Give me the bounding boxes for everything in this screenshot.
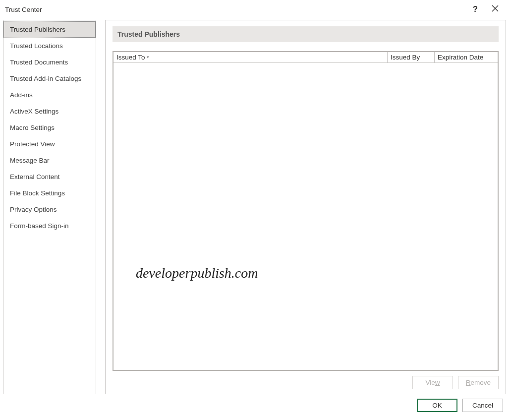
table-header: Issued To ▾ Issued By Expiration Date	[114, 52, 498, 63]
sidebar-item-label: Trusted Add-in Catalogs	[10, 75, 81, 82]
column-issued-by[interactable]: Issued By	[387, 52, 434, 62]
sidebar-item-label: Add-ins	[10, 91, 33, 99]
sidebar-item-file-block-settings[interactable]: File Block Settings	[3, 185, 96, 201]
content-buttons: View Remove	[113, 371, 499, 389]
sidebar-item-trusted-locations[interactable]: Trusted Locations	[3, 38, 96, 54]
sidebar-item-label: External Content	[10, 173, 60, 180]
close-icon[interactable]	[485, 5, 505, 14]
main-area: Trusted Publishers Trusted Locations Tru…	[0, 18, 511, 394]
help-icon[interactable]: ?	[465, 5, 485, 14]
sidebar-item-trusted-publishers[interactable]: Trusted Publishers	[3, 21, 96, 38]
sidebar-item-form-based-signin[interactable]: Form-based Sign-in	[3, 218, 96, 234]
sort-descending-icon: ▾	[147, 55, 149, 60]
sidebar-item-label: ActiveX Settings	[10, 108, 58, 115]
sidebar-item-external-content[interactable]: External Content	[3, 169, 96, 185]
sidebar-item-label: Privacy Options	[10, 206, 57, 213]
dialog-buttons: OK Cancel	[0, 394, 511, 420]
publishers-table: Issued To ▾ Issued By Expiration Date de…	[113, 51, 499, 371]
column-label: Issued To	[116, 54, 145, 61]
column-expiration-date[interactable]: Expiration Date	[434, 52, 498, 62]
sidebar-item-addins[interactable]: Add-ins	[3, 87, 96, 103]
sidebar-item-label: Trusted Locations	[10, 42, 63, 50]
sidebar-item-activex-settings[interactable]: ActiveX Settings	[3, 103, 96, 120]
watermark-text: developerpublish.com	[136, 265, 258, 281]
sidebar-item-protected-view[interactable]: Protected View	[3, 136, 96, 152]
sidebar-item-trusted-addin-catalogs[interactable]: Trusted Add-in Catalogs	[3, 70, 96, 87]
sidebar-item-macro-settings[interactable]: Macro Settings	[3, 120, 96, 136]
sidebar-item-label: Trusted Documents	[10, 59, 68, 66]
sidebar-item-label: Trusted Publishers	[10, 26, 65, 33]
titlebar: Trust Center ?	[0, 0, 511, 18]
column-label: Expiration Date	[438, 54, 483, 61]
sidebar-item-label: File Block Settings	[10, 189, 65, 197]
cancel-button[interactable]: Cancel	[462, 399, 503, 412]
sidebar-item-label: Protected View	[10, 140, 55, 148]
sidebar-item-message-bar[interactable]: Message Bar	[3, 152, 96, 169]
view-button: View	[412, 376, 453, 389]
sidebar-item-trusted-documents[interactable]: Trusted Documents	[3, 54, 96, 70]
sidebar-item-privacy-options[interactable]: Privacy Options	[3, 201, 96, 218]
sidebar-item-label: Form-based Sign-in	[10, 222, 69, 230]
sidebar-item-label: Macro Settings	[10, 124, 55, 131]
column-label: Issued By	[391, 54, 420, 61]
remove-button: Remove	[458, 376, 499, 389]
window-title: Trust Center	[5, 6, 465, 13]
sidebar: Trusted Publishers Trusted Locations Tru…	[3, 20, 96, 394]
section-header: Trusted Publishers	[113, 26, 499, 42]
table-body: developerpublish.com	[114, 63, 498, 370]
ok-button[interactable]: OK	[417, 399, 457, 412]
sidebar-item-label: Message Bar	[10, 157, 50, 164]
column-issued-to[interactable]: Issued To ▾	[114, 52, 387, 62]
content-pane: Trusted Publishers Issued To ▾ Issued By…	[105, 20, 506, 394]
